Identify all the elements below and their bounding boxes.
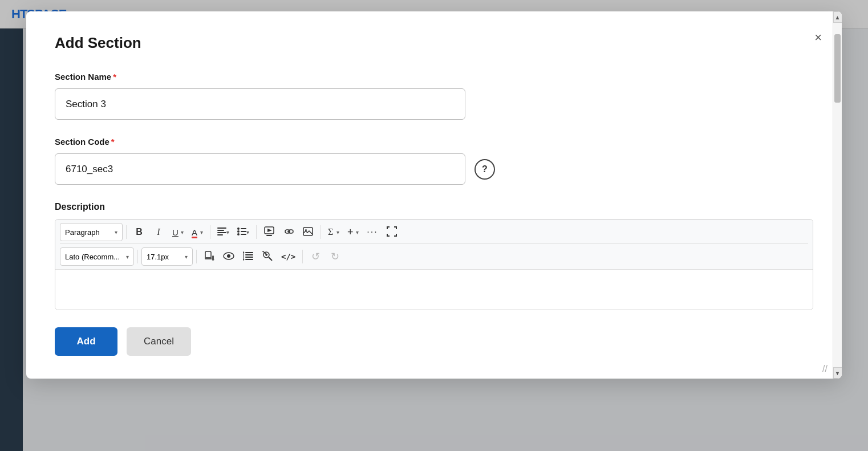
scrollbar-track [833,23,842,367]
image-icon [303,227,313,238]
svg-point-4 [237,227,240,230]
list-chevron-icon: ▾ [246,229,249,235]
scrollbar-up-arrow[interactable]: ▲ [833,11,842,23]
scrollbar-down-arrow[interactable]: ▼ [833,367,842,379]
undo-icon: ↺ [311,250,320,263]
find-replace-button[interactable] [258,247,277,266]
paragraph-dropdown-label: Paragraph [65,228,100,237]
svg-rect-12 [266,235,272,236]
preview-icon [223,252,234,262]
svg-marker-11 [267,229,272,232]
line-spacing-button[interactable] [239,247,257,266]
section-name-input[interactable] [55,88,465,120]
separator-5 [137,250,138,263]
section-code-input[interactable] [55,153,465,185]
line-spacing-icon [243,251,253,262]
media-button[interactable] [260,223,278,241]
paragraph-chevron-icon: ▾ [115,229,117,235]
svg-rect-1 [217,230,224,231]
font-chevron-icon: ▾ [126,254,129,260]
description-label: Description [55,202,813,212]
modal-backdrop: × Add Section Section Name* Section Code… [0,0,868,451]
section-code-row: ? [55,153,813,185]
redo-icon: ↻ [331,250,339,263]
underline-button[interactable]: U ▾ [169,223,187,241]
cancel-button[interactable]: Cancel [127,327,191,356]
section-name-group: Section Name* [55,72,813,120]
redo-button[interactable]: ↻ [326,247,344,266]
scrollbar-thumb[interactable] [834,34,841,103]
bold-icon: B [136,227,143,237]
image-button[interactable] [299,223,317,241]
list-icon [237,227,246,237]
separator-6 [196,250,197,263]
rich-text-editor: Paragraph ▾ B I [55,219,813,310]
preview-button[interactable] [220,247,238,266]
underline-icon: U [172,227,179,237]
paragraph-dropdown[interactable]: Paragraph ▾ [60,223,123,241]
svg-marker-27 [243,251,245,253]
svg-rect-2 [217,232,226,233]
svg-rect-9 [241,234,246,235]
editor-toolbar: Paragraph ▾ B I [55,220,813,270]
modal-title: Add Section [55,34,813,52]
toolbar-row1: Paragraph ▾ B I [60,223,808,244]
form-buttons: Add Cancel [55,327,813,356]
undo-button[interactable]: ↺ [306,247,325,266]
align-button[interactable]: ▾ [214,223,233,241]
bold-button[interactable]: B [130,223,148,241]
svg-rect-3 [217,234,223,235]
svg-rect-22 [245,252,253,253]
fullscreen-button[interactable] [383,223,401,241]
svg-rect-25 [245,259,253,260]
underline-chevron-icon: ▾ [181,229,184,235]
font-size-dropdown[interactable]: 17.1px ▾ [141,247,193,266]
code-view-icon: </> [281,252,295,261]
add-button[interactable]: Add [55,327,117,356]
svg-point-6 [237,230,240,233]
svg-point-19 [212,258,214,261]
svg-point-8 [237,233,240,235]
separator-2 [210,225,210,239]
svg-marker-28 [243,259,245,261]
list-button[interactable]: ▾ [234,223,253,241]
svg-rect-7 [241,231,246,232]
help-icon[interactable]: ? [474,159,495,180]
italic-icon: I [157,227,160,237]
code-view-button[interactable]: </> [278,247,299,266]
paint-format-button[interactable] [200,247,218,266]
more-options-icon: ··· [367,227,378,237]
font-size-label: 17.1px [147,253,169,261]
link-button[interactable] [279,223,298,241]
separator-7 [302,250,303,263]
link-icon [283,227,294,237]
insert-button[interactable]: + ▾ [344,223,362,241]
font-dropdown[interactable]: Lato (Recomm... ▾ [60,247,134,266]
more-options-button[interactable]: ··· [363,223,382,241]
add-section-modal: × Add Section Section Name* Section Code… [26,11,842,379]
svg-rect-5 [241,228,246,229]
section-name-label: Section Name* [55,72,813,82]
section-code-group: Section Code* ? [55,137,813,185]
editor-content-area[interactable] [55,270,813,310]
text-color-icon: A [192,227,197,237]
svg-rect-17 [205,257,212,259]
svg-rect-0 [217,227,226,229]
fullscreen-icon [387,226,397,238]
media-icon [264,226,274,238]
svg-rect-23 [245,254,253,255]
insert-icon: + [347,226,354,238]
text-color-button[interactable]: A ▾ [188,223,206,241]
align-chevron-icon: ▾ [226,229,229,235]
close-button[interactable]: × [812,29,825,47]
formula-button[interactable]: Σ ▾ [325,223,343,241]
font-dropdown-label: Lato (Recomm... [65,253,120,261]
svg-line-30 [269,257,272,261]
insert-chevron-icon: ▾ [356,229,359,235]
font-size-chevron-icon: ▾ [185,254,188,260]
text-color-chevron-icon: ▾ [200,229,203,235]
italic-button[interactable]: I [149,223,168,241]
separator-1 [126,225,127,239]
resize-handle[interactable]: // [822,364,828,374]
description-group: Description Paragraph ▾ B [55,202,813,310]
